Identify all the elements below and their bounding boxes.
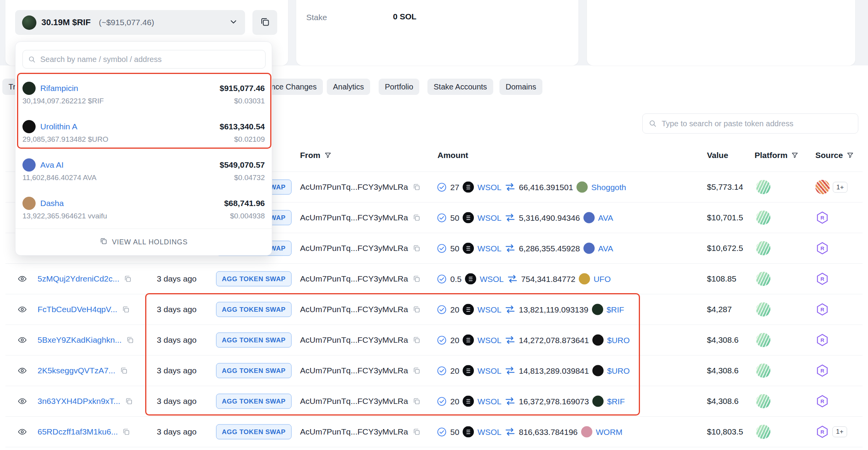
copy-from-icon[interactable] [412, 428, 421, 436]
filter-icon[interactable] [791, 151, 799, 159]
copy-from-icon[interactable] [412, 275, 421, 283]
from-address[interactable]: AcUm7PunTq...FCY3yMvLRa [300, 427, 408, 436]
tab-domains[interactable]: Domains [499, 79, 542, 95]
platform-icon[interactable] [756, 211, 770, 225]
tab-analytics[interactable]: Analytics [327, 79, 370, 95]
filter-icon[interactable] [324, 151, 332, 159]
eye-button[interactable] [17, 305, 27, 314]
stake-card [296, 0, 578, 65]
token-in-link[interactable]: WSOL [477, 366, 501, 375]
tx-signature[interactable]: 3n63YXH4DPxkn9xT... [38, 397, 120, 406]
token-in-link[interactable]: WSOL [477, 427, 501, 436]
from-address[interactable]: AcUm7PunTq...FCY3yMvLRa [300, 366, 408, 375]
from-address[interactable]: AcUm7PunTq...FCY3yMvLRa [300, 305, 408, 314]
filter-icon[interactable] [846, 151, 854, 159]
token-out-link[interactable]: $RIF [607, 305, 624, 314]
copy-signature-icon[interactable] [126, 336, 134, 344]
from-address[interactable]: AcUm7PunTq...FCY3yMvLRa [300, 244, 408, 253]
eye-button[interactable] [17, 274, 27, 284]
source-hex-icon[interactable]: R [815, 425, 829, 439]
source-hex-icon[interactable]: R [815, 241, 829, 255]
token-out-link[interactable]: Shoggoth [591, 182, 626, 192]
token-search-input[interactable] [657, 119, 858, 128]
holdings-search-input[interactable] [36, 55, 265, 64]
source-hex-icon[interactable]: R [815, 211, 829, 225]
copy-signature-icon[interactable] [124, 275, 132, 283]
token-in-link[interactable]: WSOL [477, 213, 501, 222]
token-in-link[interactable]: WSOL [477, 305, 501, 314]
source-hex-icon[interactable]: R [815, 333, 829, 347]
token-out-link[interactable]: WORM [596, 427, 623, 436]
tab-portfolio[interactable]: Portfolio [379, 79, 419, 95]
source-count-badge[interactable]: 1+ [832, 426, 847, 437]
overview-card [587, 0, 855, 65]
holding-item[interactable]: Dasha $68,741.96 13,922,365.964621 vvaif… [15, 190, 272, 228]
token-in-link[interactable]: WSOL [477, 182, 501, 192]
copy-from-icon[interactable] [412, 305, 421, 314]
from-address[interactable]: AcUm7PunTq...FCY3yMvLRa [300, 274, 408, 283]
eye-button[interactable] [17, 366, 27, 376]
tx-signature[interactable]: 5zMQuj2YdreniCd2c... [38, 274, 119, 283]
platform-icon[interactable] [756, 425, 770, 439]
holding-item[interactable]: Rifampicin $915,077.46 30,194,097.262212… [15, 75, 272, 113]
tx-signature[interactable]: 65RDczff1af3M1ku6... [38, 427, 118, 436]
holding-name[interactable]: Ava AI [40, 160, 63, 170]
source-count-badge[interactable]: 1+ [833, 182, 847, 192]
portfolio-button[interactable] [252, 10, 277, 35]
amount-cell: 50 WSOL 6,286,355.45928 AVA [437, 243, 613, 254]
platform-icon[interactable] [756, 364, 770, 378]
platform-icon[interactable] [756, 241, 770, 256]
wsol-token-icon [463, 335, 474, 346]
from-address[interactable]: AcUm7PunTq...FCY3yMvLRa [300, 335, 408, 345]
copy-from-icon[interactable] [412, 183, 421, 191]
token-in-link[interactable]: WSOL [477, 244, 501, 253]
source-cell: R 1+ [815, 425, 847, 439]
platform-icon[interactable] [756, 333, 770, 347]
from-address[interactable]: AcUm7PunTq...FCY3yMvLRa [300, 182, 408, 192]
copy-signature-icon[interactable] [120, 366, 128, 375]
platform-icon[interactable] [756, 272, 770, 286]
copy-from-icon[interactable] [412, 366, 421, 375]
tx-signature[interactable]: 2K5kseggvQVTzA7... [38, 366, 115, 375]
platform-icon[interactable] [756, 180, 770, 194]
copy-from-icon[interactable] [412, 336, 421, 344]
copy-from-icon[interactable] [412, 213, 421, 222]
token-out-link[interactable]: AVA [598, 244, 613, 253]
token-in-link[interactable]: WSOL [477, 335, 501, 345]
eye-button[interactable] [17, 397, 27, 406]
tx-signature[interactable]: FcTbCeuDVeH4qpV... [38, 305, 117, 314]
holding-item[interactable]: Urolithin A $613,340.54 29,085,367.91348… [15, 113, 272, 152]
token-out-link[interactable]: $RIF [607, 397, 625, 406]
source-hex-icon[interactable]: R [815, 394, 829, 408]
copy-signature-icon[interactable] [122, 305, 130, 314]
copy-signature-icon[interactable] [125, 397, 133, 405]
token-out-link[interactable]: $URO [607, 335, 630, 345]
view-all-holdings-button[interactable]: VIEW ALL HOLDINGS [15, 229, 272, 255]
eye-button[interactable] [17, 335, 27, 345]
holding-name[interactable]: Dasha [40, 199, 64, 208]
holding-name[interactable]: Urolithin A [40, 122, 77, 131]
action-badge: AGG TOKEN SWAP [216, 302, 292, 317]
token-in-link[interactable]: WSOL [477, 397, 501, 406]
tx-signature[interactable]: 5BxeY9ZKadKiaghkn... [38, 335, 122, 345]
token-holdings-selector[interactable]: 30.19M $RIF (~$915,077.46) [15, 10, 245, 35]
from-address[interactable]: AcUm7PunTq...FCY3yMvLRa [300, 213, 408, 222]
platform-icon[interactable] [756, 302, 770, 317]
source-hex-icon[interactable]: R [815, 302, 829, 316]
holding-item[interactable]: Ava AI $549,070.57 11,602,846.40274 AVA … [15, 152, 272, 190]
copy-signature-icon[interactable] [122, 428, 130, 436]
token-in-link[interactable]: WSOL [480, 274, 504, 283]
copy-from-icon[interactable] [412, 244, 421, 252]
eye-button[interactable] [17, 427, 27, 437]
tab-stake-accounts[interactable]: Stake Accounts [427, 79, 493, 95]
holding-name[interactable]: Rifampicin [40, 84, 78, 93]
token-out-link[interactable]: UFO [594, 274, 611, 283]
from-address[interactable]: AcUm7PunTq...FCY3yMvLRa [300, 397, 408, 406]
copy-from-icon[interactable] [412, 397, 421, 405]
source-multi-icon[interactable] [815, 180, 830, 194]
token-out-link[interactable]: $URO [607, 366, 630, 375]
source-hex-icon[interactable]: R [815, 364, 829, 378]
token-out-link[interactable]: AVA [598, 213, 613, 222]
platform-icon[interactable] [756, 394, 770, 409]
source-hex-icon[interactable]: R [815, 272, 829, 286]
